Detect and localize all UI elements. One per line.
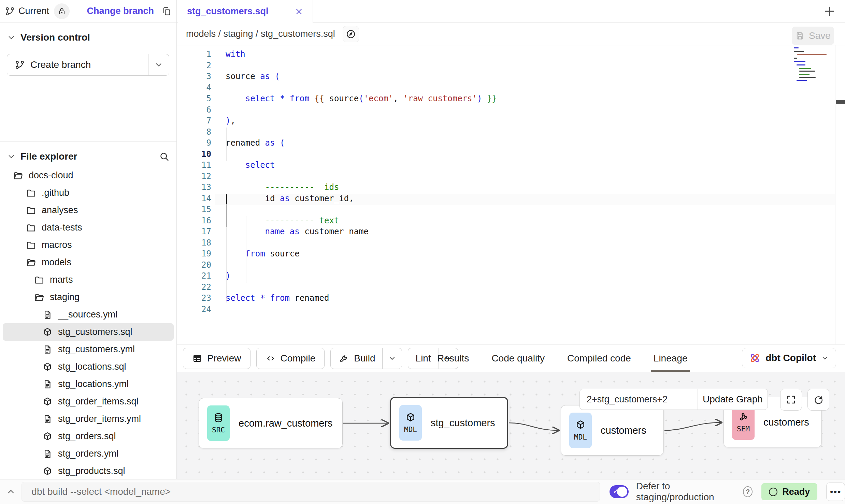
sidebar: Current Change branch Version control Cr… <box>0 0 177 479</box>
save-button[interactable]: Save <box>792 27 834 45</box>
build-button[interactable]: Build <box>330 348 402 369</box>
file-doc-icon <box>42 449 53 459</box>
help-icon[interactable]: ? <box>743 486 753 497</box>
lineage-node-customers[interactable]: MDLcustomers <box>561 405 664 456</box>
code-line <box>226 260 835 271</box>
fullscreen-button[interactable] <box>780 389 802 411</box>
change-branch-link[interactable]: Change branch <box>87 6 154 16</box>
code-line <box>226 282 835 293</box>
lineage-node-ecom-raw-customers[interactable]: SRCecom.raw_customers <box>199 398 343 448</box>
panel-tab-code-quality[interactable]: Code quality <box>491 345 545 372</box>
tree-item-macros[interactable]: macros <box>3 236 174 254</box>
tree-item-stg-locations-sql[interactable]: stg_locations.sql <box>3 358 174 375</box>
refresh-button[interactable] <box>807 389 829 411</box>
more-menu-button[interactable]: ••• <box>826 483 845 501</box>
chevron-down-icon[interactable] <box>7 152 16 161</box>
panel-tab-compiled-code[interactable]: Compiled code <box>567 345 631 372</box>
code-line <box>226 127 835 138</box>
folder-icon <box>26 188 36 198</box>
node-label: stg_customers <box>431 417 495 429</box>
tree-item-models[interactable]: models <box>3 254 174 271</box>
compile-button[interactable]: Compile <box>256 348 325 369</box>
tree-item-label: stg_order_items.yml <box>58 414 141 424</box>
folder-open-icon <box>34 292 44 302</box>
command-bar[interactable]: dbt build --select <model_name> <box>22 482 600 502</box>
editor-scroll-gutter <box>835 45 835 344</box>
tree-item--github[interactable]: .github <box>3 184 174 202</box>
tree-item-stg-locations-yml[interactable]: stg_locations.yml <box>3 375 174 393</box>
code-line <box>226 104 835 116</box>
badge-label: SRC <box>212 426 225 434</box>
node-label: customers <box>763 417 809 428</box>
file-doc-icon <box>42 414 53 424</box>
panel-tab-results[interactable]: Results <box>437 345 469 372</box>
update-graph-button[interactable]: Update Graph <box>698 389 768 410</box>
compile-label: Compile <box>281 353 316 364</box>
chevron-down-icon <box>154 60 163 69</box>
copilot-context-button[interactable] <box>343 26 359 42</box>
create-branch-dropdown[interactable] <box>148 54 169 75</box>
current-branch-label: Current <box>18 6 49 16</box>
file-explorer-section: File explorer docs-cloud.githubanalysesd… <box>0 141 176 479</box>
tree-item-stg-customers-yml[interactable]: stg_customers.yml <box>3 341 174 358</box>
chevron-down-icon[interactable] <box>7 33 16 42</box>
cube-icon <box>575 419 586 430</box>
lineage-canvas[interactable]: SRCecom.raw_customersMDLstg_customersMDL… <box>177 372 845 479</box>
tree-item-stg-orders-yml[interactable]: stg_orders.yml <box>3 445 174 462</box>
collapse-panel-button[interactable] <box>0 487 22 496</box>
line-number: 24 <box>177 304 211 315</box>
tree-item-label: docs-cloud <box>29 170 73 181</box>
file-doc-icon <box>42 379 53 389</box>
tree-item-stg-products-sql[interactable]: stg_products.sql <box>3 462 174 479</box>
line-number: 18 <box>177 237 211 249</box>
tree-item-marts[interactable]: marts <box>3 271 174 288</box>
tree-item-analyses[interactable]: analyses <box>3 202 174 219</box>
defer-toggle[interactable]: ✓ <box>610 485 628 498</box>
lineage-filter-box[interactable] <box>579 389 698 410</box>
tree-item-label: data-tests <box>42 222 82 233</box>
lint-label: Lint <box>416 353 431 364</box>
tree-item-label: stg_orders.yml <box>58 448 118 459</box>
new-tab-button[interactable] <box>823 5 836 18</box>
panel-tab-lineage[interactable]: Lineage <box>654 345 688 372</box>
tab-stg-customers-sql[interactable]: stg_customers.sql <box>178 0 313 23</box>
tree-item-staging[interactable]: staging <box>3 288 174 306</box>
preview-label: Preview <box>207 353 241 364</box>
tree-item-stg-order-items-sql[interactable]: stg_order_items.sql <box>3 393 174 410</box>
code-line <box>226 60 835 71</box>
tree-item--sources-yml[interactable]: __sources.yml <box>3 306 174 323</box>
code-line <box>226 204 835 215</box>
tree-item-stg-customers-sql[interactable]: stg_customers.sql <box>3 323 174 341</box>
tree-item-data-tests[interactable]: data-tests <box>3 219 174 236</box>
badge-label: MDL <box>404 426 417 434</box>
lineage-filter-input[interactable] <box>587 394 698 405</box>
copy-icon[interactable] <box>161 6 172 16</box>
ready-label: Ready <box>782 487 810 497</box>
git-branch-icon <box>15 60 25 70</box>
editor-toolbar: Preview Compile Build Lint <box>177 344 845 372</box>
dbt-cloud-ide: Current Change branch Version control Cr… <box>0 0 845 504</box>
result-panel-tabs: ResultsCode qualityCompiled codeLineage <box>437 345 687 372</box>
tree-item-stg-orders-sql[interactable]: stg_orders.sql <box>3 428 174 445</box>
model-cube-icon <box>42 397 53 407</box>
database-icon <box>213 412 224 423</box>
scrollbar-cursor-mark[interactable] <box>836 100 845 104</box>
create-branch-button[interactable]: Create branch <box>7 54 169 76</box>
lineage-node-stg-customers[interactable]: MDLstg_customers <box>390 397 508 449</box>
tree-item-label: stg_customers.yml <box>58 344 135 355</box>
git-branch-icon <box>5 6 15 16</box>
build-dropdown[interactable] <box>383 348 402 369</box>
close-icon[interactable] <box>294 7 304 16</box>
tree-item-label: __sources.yml <box>58 309 117 320</box>
line-number: 12 <box>177 171 211 182</box>
code-editor[interactable]: 123456789101112131415161718192021222324 … <box>177 45 845 344</box>
tree-item-stg-order-items-yml[interactable]: stg_order_items.yml <box>3 410 174 428</box>
minimap[interactable] <box>794 47 835 81</box>
code-content[interactable]: with source as ( select * from {{ source… <box>226 49 835 315</box>
dbt-copilot-button[interactable]: dbt Copilot <box>742 348 836 368</box>
tree-item-docs-cloud[interactable]: docs-cloud <box>3 167 174 184</box>
line-number: 11 <box>177 160 211 171</box>
preview-button[interactable]: Preview <box>183 348 250 369</box>
search-icon[interactable] <box>159 151 170 162</box>
code-line <box>226 304 835 315</box>
